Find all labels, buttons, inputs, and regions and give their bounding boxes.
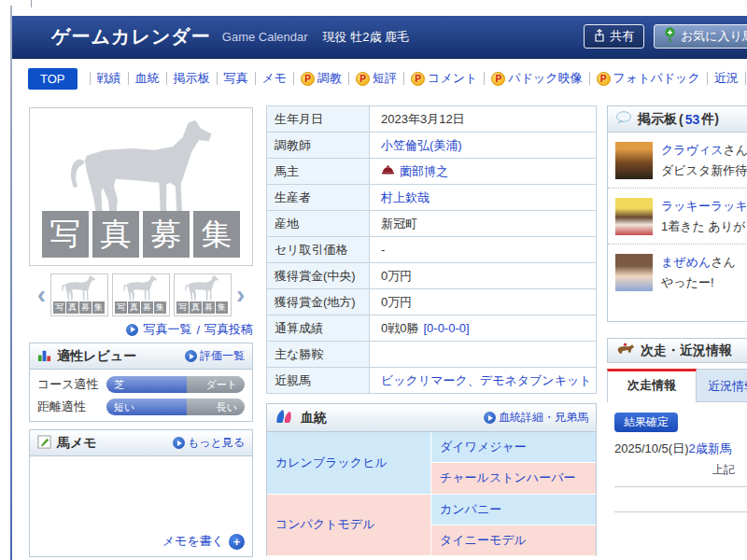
premium-icon: P xyxy=(597,72,611,86)
tab-board[interactable]: 掲示板 xyxy=(174,70,210,87)
photo-thumbnail[interactable]: 写真募集 xyxy=(174,273,232,316)
poster-name-link[interactable]: まぜめん xyxy=(661,255,711,269)
tab-pedigree[interactable]: 血統 xyxy=(135,70,160,87)
race-result-link[interactable]: 上記 xyxy=(712,462,747,478)
photo-post-link[interactable]: 写真投稿 xyxy=(204,321,253,338)
tab-training[interactable]: P調教 xyxy=(301,70,342,87)
horse-status: 現役 牡2歳 鹿毛 xyxy=(323,29,409,46)
nav-divider xyxy=(166,72,167,85)
sire-link[interactable]: カレンブラックヒル xyxy=(275,455,388,471)
photo-thumbnail[interactable]: 写真募集 xyxy=(112,273,170,316)
pedigree-panel: 血統 血統詳細・兄弟馬 カレンブラックヒル コンパクトモデル ダイワメジャー チ… xyxy=(266,403,597,556)
course-aptitude-label: コース適性 xyxy=(37,376,106,393)
thumbs-next-arrow[interactable]: › xyxy=(233,282,247,308)
relatives-link[interactable]: ビックリマーク、デモネタブンキット xyxy=(381,372,592,389)
next-race-title: 次走・近況情報 xyxy=(641,343,732,359)
next-race-panel: 次走情報 近況情報 結果確定 2025/10/5(日)2歳新馬 上記 xyxy=(607,369,747,509)
dam-dam-link[interactable]: タイニーモデル xyxy=(440,532,527,549)
sire-sire-link[interactable]: ダイワメジャー xyxy=(440,439,527,455)
dam-sire-link[interactable]: カンパニー xyxy=(440,501,501,518)
photo-list-link[interactable]: 写真一覧 xyxy=(143,321,191,338)
divider xyxy=(614,486,747,487)
play-circle-icon xyxy=(126,324,138,336)
next-race-header: 次走・近況情報 xyxy=(607,338,747,363)
pin-plus-icon xyxy=(664,27,676,46)
photo-thumbnail[interactable]: 写真募集 xyxy=(50,273,108,316)
divider xyxy=(614,511,747,512)
pedigree-title: 血統 xyxy=(301,410,327,427)
sire-dam-link[interactable]: チャールストンハーバー xyxy=(440,469,575,486)
pedigree-detail-label: 血統詳細・兄弟馬 xyxy=(499,410,588,426)
horse-silhouette-icon xyxy=(175,274,229,302)
tab-memo[interactable]: メモ xyxy=(262,70,288,87)
career-record-value: 0戦0勝 xyxy=(381,320,418,337)
header-bar: ゲームカレンダー Game Calendar 現役 牡2歳 鹿毛 共有 お気に入… xyxy=(12,16,747,60)
tab-photos[interactable]: 写真 xyxy=(224,70,248,87)
aptitude-panel: 適性レビュー 評価一覧 コース適性 芝 ダート 距離適性 短い 長い xyxy=(29,343,253,422)
tab-paddock-video[interactable]: Pパドック映像 xyxy=(491,70,582,87)
favorite-register-button[interactable]: お気に入り馬登録 xyxy=(654,24,747,49)
board-post-count: 53 xyxy=(685,112,700,127)
premium-icon: P xyxy=(301,72,315,86)
photo-wanted-label: 写真募集 xyxy=(176,301,228,314)
dam-link[interactable]: コンパクトモデル xyxy=(275,516,374,533)
trainer-link[interactable]: 小笠倫弘(美浦) xyxy=(381,137,462,154)
tab-results[interactable]: 戦績 xyxy=(97,70,121,87)
thumbs-prev-arrow[interactable]: ‹ xyxy=(35,282,49,308)
memo-write-link[interactable]: メモを書く + xyxy=(162,533,245,550)
tab-top[interactable]: TOP xyxy=(28,68,78,90)
tab-recent-info[interactable]: 近況情報 xyxy=(697,369,747,402)
nav-divider xyxy=(589,72,590,85)
post-text: ダビスタ新作待って xyxy=(661,162,747,179)
page-title: ゲームカレンダー xyxy=(51,24,211,49)
tab-comment[interactable]: Pコメント xyxy=(411,70,477,87)
row-label-birthdate: 生年月日 xyxy=(267,106,370,132)
tab-recent[interactable]: 近況 xyxy=(714,70,739,87)
dirt-label: ダート xyxy=(205,378,237,392)
rating-list-label: 評価一覧 xyxy=(200,348,245,364)
memo-pencil-icon xyxy=(37,435,51,452)
turf-label: 芝 xyxy=(114,378,124,392)
birthplace-value: 新冠町 xyxy=(381,216,417,232)
owner-link[interactable]: 薗部博之 xyxy=(400,163,448,180)
nav-divider xyxy=(90,72,91,85)
avatar xyxy=(615,142,653,179)
table-row: 獲得賞金(中央) 0万円 xyxy=(267,263,596,289)
speech-bubble-icon xyxy=(615,111,632,127)
memo-write-label: メモを書く xyxy=(162,533,224,550)
favorite-button-label: お気に入り馬登録 xyxy=(681,28,747,45)
breeder-link[interactable]: 村上欽哉 xyxy=(381,189,430,206)
earnings-central-value: 0万円 xyxy=(381,268,412,285)
career-record-link[interactable]: [0-0-0-0] xyxy=(423,321,469,335)
photo-wanted-label: 写真募集 xyxy=(53,301,105,314)
short-label: 短い xyxy=(114,400,134,414)
tab-photo-paddock[interactable]: Pフォトパドック xyxy=(597,70,700,87)
pedigree-detail-link[interactable]: 血統詳細・兄弟馬 xyxy=(484,410,588,426)
table-row: 獲得賞金(地方) 0万円 xyxy=(267,289,596,315)
photo-thumbnail-strip: ‹ 写真募集 写真募集 写真募集 › xyxy=(29,273,253,317)
result-confirmed-badge: 結果確定 xyxy=(614,413,678,432)
rating-list-link[interactable]: 評価一覧 xyxy=(185,348,245,364)
poster-name-link[interactable]: クラヴィス xyxy=(661,143,724,157)
memo-more-label: もっと見る xyxy=(188,435,245,451)
horse-silhouette-icon xyxy=(51,274,106,302)
table-row: 馬主 薗部博之 xyxy=(267,159,596,185)
photo-wanted-label: 写真募集 xyxy=(115,301,166,314)
row-label-birthplace: 産地 xyxy=(267,211,370,236)
owner-silks-icon xyxy=(381,164,395,179)
poster-name-link[interactable]: ラッキーラッキー xyxy=(661,199,747,213)
tab-short-review[interactable]: P短評 xyxy=(356,70,397,87)
table-row: 通算成績 0戦0勝[0-0-0-0] xyxy=(267,315,596,342)
horse-silhouette-icon xyxy=(113,274,167,302)
tab-training-label: 調教 xyxy=(317,70,342,87)
memo-more-link[interactable]: もっと見る xyxy=(173,435,245,451)
next-race-tabs: 次走情報 近況情報 xyxy=(607,369,747,402)
profile-table: 生年月日 2023年3月12日 調教師 小笠倫弘(美浦) 馬主 薗部博之 生産者… xyxy=(266,105,597,394)
race-date: 2025/10/5(日) xyxy=(614,441,689,455)
distance-aptitude-bar: 短い 長い xyxy=(106,399,245,415)
tab-next-race-info[interactable]: 次走情報 xyxy=(607,369,697,402)
board-title: 掲示板(53件) xyxy=(638,111,719,128)
share-button[interactable]: 共有 xyxy=(584,24,644,49)
table-row: 生年月日 2023年3月12日 xyxy=(267,106,596,133)
race-name-link[interactable]: 2歳新馬 xyxy=(689,441,732,455)
